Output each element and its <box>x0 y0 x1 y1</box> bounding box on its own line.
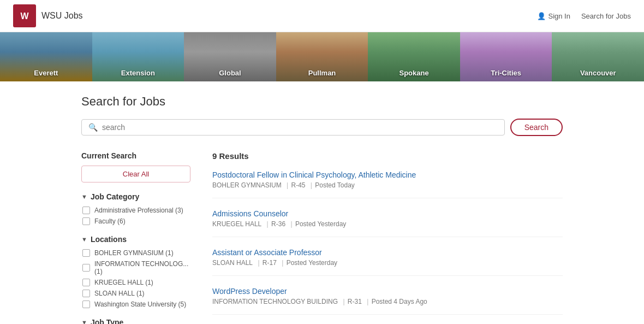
two-col-layout: Current Search Clear All ▼ Job Category … <box>81 151 563 324</box>
filter-item: INFORMATION TECHNOLOG... (1) <box>81 260 190 275</box>
campus-label-tri-cities: Tri-Cities <box>491 69 521 77</box>
job-type-label: Job Type <box>91 318 123 324</box>
svg-text:W: W <box>20 11 29 21</box>
separator: | <box>267 220 269 228</box>
chevron-down-icon-3: ▼ <box>81 319 87 324</box>
sidebar: Current Search Clear All ▼ Job Category … <box>81 151 190 324</box>
separator: | <box>290 220 292 228</box>
search-input-wrapper: 🔍 <box>81 119 505 136</box>
job-category-checkbox-0[interactable] <box>82 207 90 214</box>
campus-item-extension[interactable]: Extension <box>92 32 184 81</box>
table-row: Assistant or Associate Professor SLOAN H… <box>212 248 563 276</box>
main-content: Search for Jobs 🔍 Search Current Search … <box>68 81 576 324</box>
location-checkbox-2[interactable] <box>82 279 90 286</box>
job-meta: INFORMATION TECHNOLOGY BUILDING | R-31 |… <box>212 298 563 305</box>
location-checkbox-0[interactable] <box>82 249 90 257</box>
campus-item-tri-cities[interactable]: Tri-Cities <box>460 32 552 81</box>
campus-item-global[interactable]: Global <box>184 32 276 81</box>
filter-item: BOHLER GYMNASIUM (1) <box>81 249 190 257</box>
location-filter-label-4[interactable]: Washington State University (5) <box>94 301 186 308</box>
job-pay-grade: R-45 <box>291 181 306 189</box>
location-checkbox-4[interactable] <box>82 301 90 308</box>
campus-item-spokane[interactable]: Spokane <box>368 32 460 81</box>
search-button[interactable]: Search <box>510 119 563 136</box>
chevron-down-icon-2: ▼ <box>81 236 87 243</box>
page-title: Search for Jobs <box>81 95 563 109</box>
job-pay-grade: R-17 <box>263 259 277 267</box>
table-row: WordPress Developer INFORMATION TECHNOLO… <box>212 287 563 315</box>
filter-item: Faculty (6) <box>81 217 190 225</box>
job-category-filter-label-0[interactable]: Administrative Professional (3) <box>94 207 183 214</box>
location-filter-label-3[interactable]: SLOAN HALL (1) <box>94 290 145 297</box>
header-left: W WSU Jobs <box>13 4 83 27</box>
job-meta: SLOAN HALL | R-17 | Posted Yesterday <box>212 259 563 267</box>
job-title-link[interactable]: Admissions Counselor <box>212 209 563 218</box>
job-category-checkbox-1[interactable] <box>82 217 90 225</box>
location-checkbox-3[interactable] <box>82 290 90 297</box>
campus-item-everett[interactable]: Everett <box>0 32 92 81</box>
filter-item: Washington State University (5) <box>81 301 190 308</box>
separator: | <box>282 259 283 267</box>
campus-label-pullman: Pullman <box>308 69 336 77</box>
location-filter-label-1[interactable]: INFORMATION TECHNOLOG... (1) <box>94 260 190 275</box>
campus-label-spokane: Spokane <box>399 69 429 77</box>
wsu-logo-icon: W <box>13 4 36 27</box>
location-checkbox-1[interactable] <box>82 264 90 272</box>
header-right: 👤 Sign In Search for Jobs <box>537 12 631 20</box>
filter-section-job-category: ▼ Job Category Administrative Profession… <box>81 192 190 225</box>
sign-in-link[interactable]: 👤 Sign In <box>537 12 570 20</box>
separator: | <box>343 298 344 305</box>
search-icon: 🔍 <box>88 123 98 132</box>
search-input[interactable] <box>102 123 498 132</box>
job-meta: BOHLER GYMNASIUM | R-45 | Posted Today <box>212 181 563 189</box>
campus-label-global: Global <box>219 69 241 77</box>
location-filter-label-2[interactable]: KRUEGEL HALL (1) <box>94 279 153 286</box>
filter-heading-locations[interactable]: ▼ Locations <box>81 235 190 244</box>
campus-item-vancouver[interactable]: Vancouver <box>552 32 644 81</box>
separator: | <box>367 298 368 305</box>
job-category-filter-label-1[interactable]: Faculty (6) <box>94 217 126 225</box>
filter-heading-job-category[interactable]: ▼ Job Category <box>81 192 190 201</box>
job-posted-date: Posted Yesterday <box>295 220 346 228</box>
job-location: SLOAN HALL <box>212 259 253 267</box>
search-bar: 🔍 Search <box>81 119 563 136</box>
filter-item: Administrative Professional (3) <box>81 207 190 214</box>
job-location: BOHLER GYMNASIUM <box>212 181 282 189</box>
clear-all-button[interactable]: Clear All <box>81 166 190 182</box>
job-meta: KRUEGEL HALL | R-36 | Posted Yesterday <box>212 220 563 228</box>
filter-heading-job-type[interactable]: ▼ Job Type <box>81 318 190 324</box>
search-for-jobs-link[interactable]: Search for Jobs <box>581 12 631 20</box>
current-search-label: Current Search <box>81 151 190 160</box>
job-list: Postdoctoral Fellow in Clinical Psycholo… <box>212 170 563 324</box>
filter-section-locations: ▼ Locations BOHLER GYMNASIUM (1) INFORMA… <box>81 235 190 308</box>
separator: | <box>311 181 312 189</box>
locations-label: Locations <box>91 235 127 244</box>
filter-item: KRUEGEL HALL (1) <box>81 279 190 286</box>
header: W WSU Jobs 👤 Sign In Search for Jobs <box>0 0 644 32</box>
job-posted-date: Posted Today <box>315 181 355 189</box>
job-title-link[interactable]: Postdoctoral Fellow in Clinical Psycholo… <box>212 170 563 179</box>
table-row: Admissions Counselor KRUEGEL HALL | R-36… <box>212 209 563 237</box>
campus-label-extension: Extension <box>121 69 155 77</box>
campus-label-vancouver: Vancouver <box>580 69 616 77</box>
campus-banner: EverettExtensionGlobalPullmanSpokaneTri-… <box>0 32 644 81</box>
person-icon: 👤 <box>537 12 546 20</box>
job-posted-date: Posted Yesterday <box>287 259 337 267</box>
chevron-down-icon: ▼ <box>81 193 87 200</box>
results-panel: 9 Results Postdoctoral Fellow in Clinica… <box>212 151 563 324</box>
job-title-link[interactable]: WordPress Developer <box>212 287 563 296</box>
job-pay-grade: R-31 <box>348 298 362 305</box>
table-row: Postdoctoral Fellow in Clinical Psycholo… <box>212 170 563 198</box>
site-title: WSU Jobs <box>41 11 83 21</box>
job-location: INFORMATION TECHNOLOGY BUILDING <box>212 298 338 305</box>
job-category-items: Administrative Professional (3) Faculty … <box>81 207 190 225</box>
job-location: KRUEGEL HALL <box>212 220 261 228</box>
location-filter-label-0[interactable]: BOHLER GYMNASIUM (1) <box>94 249 174 257</box>
filter-item: SLOAN HALL (1) <box>81 290 190 297</box>
campus-item-pullman[interactable]: Pullman <box>276 32 368 81</box>
results-count: 9 Results <box>212 151 563 161</box>
job-posted-date: Posted 4 Days Ago <box>372 298 427 305</box>
location-items: BOHLER GYMNASIUM (1) INFORMATION TECHNOL… <box>81 249 190 308</box>
filter-section-job-type: ▼ Job Type Admin. Professional (1) Admin… <box>81 318 190 324</box>
job-title-link[interactable]: Assistant or Associate Professor <box>212 248 563 257</box>
